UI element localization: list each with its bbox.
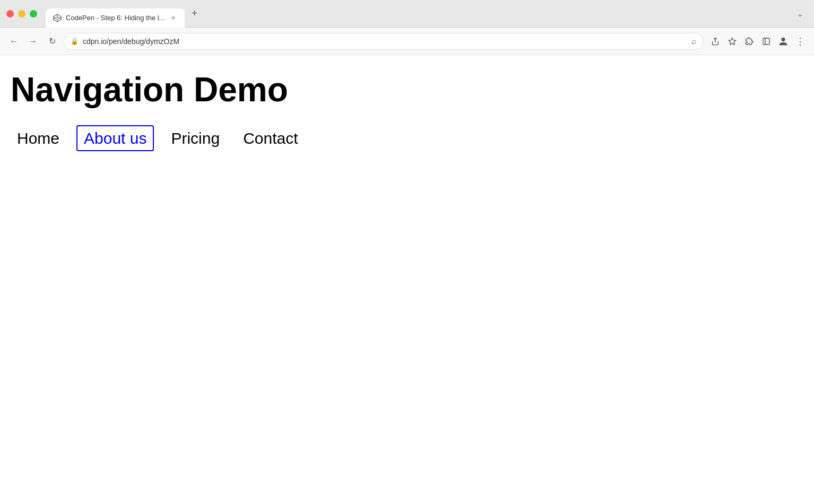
profile-button[interactable]: [776, 34, 791, 49]
nav-item-home: Home: [11, 129, 66, 147]
address-bar[interactable]: 🔒 ⌕: [64, 33, 704, 50]
reload-button[interactable]: ↻: [45, 34, 59, 49]
main-navigation: Home About us Pricing Contact: [11, 129, 803, 147]
tab-dropdown-button[interactable]: ⌄: [793, 6, 808, 21]
svg-marker-1: [55, 16, 59, 19]
tab-bar: CodePen - Step 6: Hiding the l... × + ⌄: [46, 4, 808, 23]
close-button[interactable]: [6, 10, 14, 18]
nav-link-about[interactable]: About us: [76, 125, 154, 151]
lock-icon: 🔒: [71, 38, 79, 45]
minimize-button[interactable]: [18, 10, 25, 18]
tab-close-button[interactable]: ×: [169, 14, 177, 22]
menu-button[interactable]: ⋮: [793, 34, 808, 49]
active-tab[interactable]: CodePen - Step 6: Hiding the l... ×: [46, 8, 185, 28]
browser-window: CodePen - Step 6: Hiding the l... × + ⌄ …: [0, 0, 814, 504]
codepen-icon: [53, 14, 62, 22]
nav-link-pricing[interactable]: Pricing: [164, 126, 226, 150]
svg-rect-10: [763, 38, 769, 45]
page-title: Navigation Demo: [11, 71, 803, 108]
bookmark-button[interactable]: [725, 34, 740, 49]
title-bar: CodePen - Step 6: Hiding the l... × + ⌄: [0, 0, 814, 28]
nav-item-pricing: Pricing: [164, 129, 226, 147]
nav-item-about: About us: [76, 129, 154, 147]
nav-item-contact: Contact: [237, 129, 304, 147]
maximize-button[interactable]: [30, 10, 37, 18]
search-icon: ⌕: [691, 37, 697, 46]
url-input[interactable]: [83, 37, 687, 46]
new-tab-button[interactable]: +: [187, 6, 202, 21]
tab-title: CodePen - Step 6: Hiding the l...: [66, 14, 164, 22]
svg-marker-9: [729, 38, 735, 45]
extensions-button[interactable]: [742, 34, 757, 49]
sidebar-button[interactable]: [759, 34, 774, 49]
forward-button[interactable]: →: [25, 34, 40, 49]
back-button[interactable]: ←: [6, 34, 21, 49]
page-content: Navigation Demo Home About us Pricing Co…: [0, 55, 814, 504]
navigation-bar: ← → ↻ 🔒 ⌕: [0, 28, 814, 55]
nav-link-home[interactable]: Home: [11, 126, 66, 150]
nav-link-contact[interactable]: Contact: [237, 126, 304, 150]
nav-links-list: Home About us Pricing Contact: [11, 129, 803, 147]
nav-actions: ⋮: [708, 34, 808, 49]
share-button[interactable]: [708, 34, 723, 49]
window-controls: [6, 10, 37, 18]
